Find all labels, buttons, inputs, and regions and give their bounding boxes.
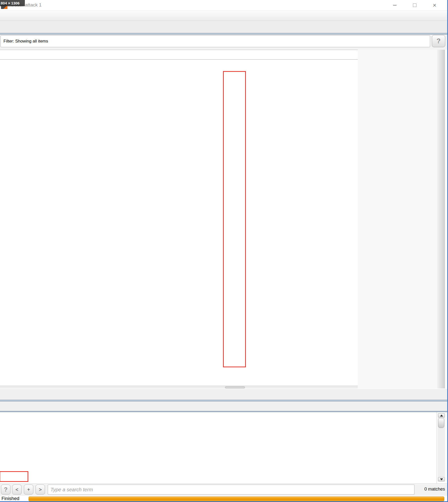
response-scroll-down-button[interactable] <box>438 477 445 481</box>
arrow-down-icon <box>440 478 443 480</box>
intruder-attack-window: Intruder attack 1 804 × 1306 ✕ Filter: S… <box>0 0 448 502</box>
search-help-button[interactable]: ? <box>1 485 10 495</box>
close-button[interactable]: ✕ <box>429 1 440 9</box>
menu-bar <box>0 10 448 21</box>
question-icon: ? <box>4 486 8 493</box>
results-table-header <box>0 50 358 60</box>
response-scrollbar[interactable] <box>438 413 445 482</box>
view-tab-bar <box>0 401 448 411</box>
vertical-scrollbar[interactable] <box>437 50 445 388</box>
arrow-up-icon <box>440 415 443 417</box>
search-add-button[interactable]: + <box>24 485 33 495</box>
search-input[interactable] <box>48 485 414 495</box>
help-button[interactable]: ? <box>432 35 445 47</box>
attack-progress-bar <box>29 497 444 501</box>
search-match-count: 0 matches <box>424 487 445 492</box>
main-tab-bar <box>0 21 448 33</box>
raw-response-view[interactable] <box>0 412 437 483</box>
filter-bar: Filter: Showing all items ? <box>0 35 448 50</box>
chevron-right-icon: > <box>39 487 42 493</box>
close-icon: ✕ <box>433 2 437 8</box>
message-tab-bar <box>0 389 448 400</box>
chevron-left-icon: < <box>15 487 18 493</box>
horizontal-scrollbar[interactable] <box>0 386 358 388</box>
length-column-highlight-annotation <box>223 71 246 367</box>
response-scroll-up-button[interactable] <box>438 413 445 418</box>
question-icon: ? <box>437 37 441 45</box>
search-next-button[interactable]: > <box>36 485 45 495</box>
horizontal-scrollbar-thumb[interactable] <box>225 386 245 388</box>
image-size-overlay: 804 × 1306 <box>0 0 25 6</box>
filter-summary[interactable]: Filter: Showing all items <box>0 35 430 47</box>
plus-icon: + <box>27 487 30 493</box>
search-previous-button[interactable]: < <box>12 485 22 495</box>
attack-status-label: Finished <box>1 496 19 501</box>
maximize-icon <box>413 3 416 7</box>
filter-label: Filter: Showing all items <box>3 39 48 44</box>
minimize-button[interactable] <box>389 1 400 9</box>
search-bar: ? < + > 0 matches <box>0 483 448 496</box>
results-panel-empty-area <box>358 50 437 388</box>
results-table-body <box>0 60 358 386</box>
response-scrollbar-thumb[interactable] <box>438 418 444 428</box>
title-bar: Intruder attack 1 804 × 1306 ✕ <box>0 0 448 10</box>
minimize-icon <box>393 5 397 5</box>
response-text-highlight-annotation <box>0 471 28 482</box>
maximize-button[interactable] <box>409 1 420 9</box>
